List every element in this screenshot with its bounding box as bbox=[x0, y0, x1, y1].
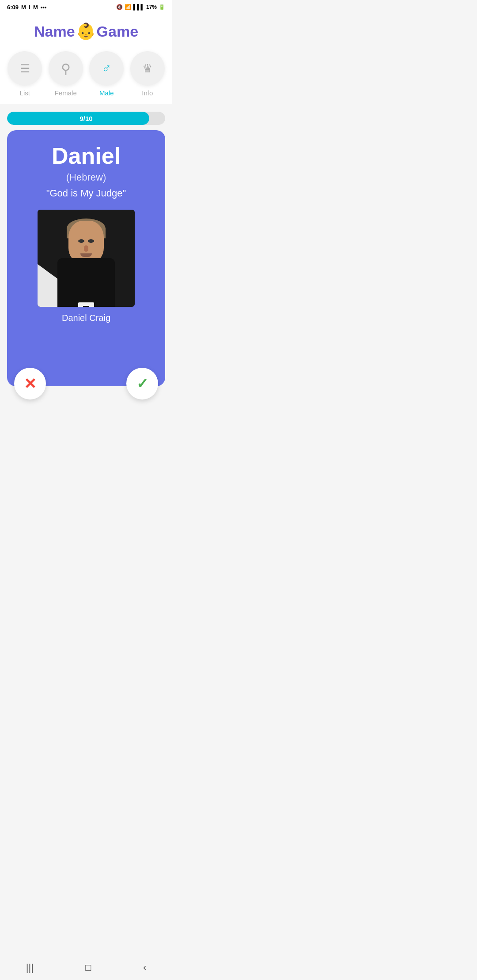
gmail-icon-2: M bbox=[33, 4, 38, 11]
card-meaning: "God is My Judge" bbox=[46, 188, 126, 199]
sidebar-item-female[interactable]: ⚲ Female bbox=[49, 51, 83, 97]
list-nav-label: List bbox=[20, 89, 30, 97]
portrait-eye-left bbox=[78, 239, 84, 243]
female-icon: ⚲ bbox=[61, 61, 71, 76]
mute-icon: 🔇 bbox=[116, 4, 123, 10]
male-nav-circle: ♂ bbox=[89, 51, 124, 86]
logo-game: Game bbox=[97, 23, 139, 40]
card-container: Daniel (Hebrew) "God is My Judge" bbox=[0, 130, 172, 395]
portrait-head bbox=[68, 221, 104, 263]
list-icon: ☰ bbox=[20, 62, 30, 75]
card-origin: (Hebrew) bbox=[66, 172, 106, 183]
wifi-icon: 📶 bbox=[125, 4, 131, 10]
portrait-eye-right bbox=[88, 239, 94, 243]
portrait-nose bbox=[84, 245, 88, 252]
sidebar-item-info[interactable]: ♛ Info bbox=[130, 51, 165, 97]
card-name: Daniel bbox=[52, 143, 121, 169]
male-nav-label: Male bbox=[99, 89, 114, 97]
info-nav-circle: ♛ bbox=[130, 51, 165, 86]
portrait-tie bbox=[83, 306, 89, 307]
logo-area: Name 👶 Game bbox=[0, 14, 172, 46]
progress-area: 9/10 bbox=[0, 104, 172, 130]
action-buttons: ✕ ✓ bbox=[14, 368, 158, 400]
status-left: 6:09 M f M ••• bbox=[7, 4, 46, 11]
sidebar-item-male[interactable]: ♂ Male bbox=[89, 51, 124, 97]
progress-label: 9/10 bbox=[7, 115, 165, 122]
main-content: 9/10 Daniel (Hebrew) "God is My Judge" bbox=[0, 104, 172, 422]
accept-button[interactable]: ✓ bbox=[126, 368, 158, 400]
logo-emoji: 👶 bbox=[76, 22, 96, 41]
list-nav-circle: ☰ bbox=[8, 51, 42, 86]
reject-icon: ✕ bbox=[24, 375, 36, 392]
logo-name: Name bbox=[34, 23, 75, 40]
crown-icon: ♛ bbox=[142, 62, 152, 75]
accept-icon: ✓ bbox=[136, 375, 148, 392]
female-nav-label: Female bbox=[55, 89, 77, 97]
card-celebrity: Daniel Craig bbox=[62, 313, 110, 323]
status-bar: 6:09 M f M ••• 🔇 📶 ▌▌▌ 17% 🔋 bbox=[0, 0, 172, 14]
time-display: 6:09 bbox=[7, 4, 19, 11]
sidebar-item-list[interactable]: ☰ List bbox=[8, 51, 42, 97]
portrait-body bbox=[57, 258, 115, 307]
info-nav-label: Info bbox=[142, 89, 153, 97]
female-nav-circle: ⚲ bbox=[49, 51, 83, 86]
status-right: 🔇 📶 ▌▌▌ 17% 🔋 bbox=[116, 4, 165, 10]
name-card: Daniel (Hebrew) "God is My Judge" bbox=[7, 130, 165, 386]
reject-button[interactable]: ✕ bbox=[14, 368, 46, 400]
more-icon: ••• bbox=[41, 4, 47, 11]
app-logo: Name 👶 Game bbox=[34, 22, 138, 41]
nav-area: ☰ List ⚲ Female ♂ Male ♛ Info bbox=[0, 46, 172, 104]
card-photo bbox=[38, 210, 135, 307]
gmail-icon-1: M bbox=[21, 4, 26, 11]
portrait-figure bbox=[49, 219, 124, 307]
facebook-icon: f bbox=[29, 4, 30, 10]
battery-icon: 🔋 bbox=[159, 4, 165, 10]
signal-icon: ▌▌▌ bbox=[133, 4, 144, 10]
battery-percent: 17% bbox=[146, 4, 157, 10]
male-icon: ♂ bbox=[102, 61, 112, 76]
progress-bar-container: 9/10 bbox=[7, 112, 165, 125]
portrait-mouth bbox=[80, 253, 92, 257]
